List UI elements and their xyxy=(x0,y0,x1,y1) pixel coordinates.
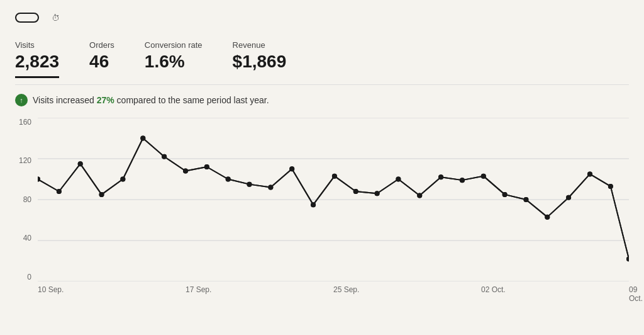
svg-point-57 xyxy=(417,193,422,198)
svg-point-64 xyxy=(566,195,571,200)
svg-point-66 xyxy=(608,183,613,188)
svg-point-48 xyxy=(226,176,231,181)
svg-point-67 xyxy=(626,256,629,261)
metric-underline xyxy=(15,76,59,78)
x-axis-label: 25 Sep. xyxy=(333,285,359,294)
svg-point-47 xyxy=(204,164,209,169)
svg-point-55 xyxy=(375,191,380,196)
svg-point-52 xyxy=(311,202,316,207)
header-row: ⏱ xyxy=(15,13,629,23)
svg-point-62 xyxy=(523,197,528,202)
metrics-row: Visits 2,823 Orders 46 Conversion rate 1… xyxy=(15,40,629,78)
trend-up-icon: ↑ xyxy=(15,94,28,106)
metric-value: $1,869 xyxy=(233,51,287,72)
metric-value: 46 xyxy=(89,51,114,72)
svg-point-46 xyxy=(183,168,188,173)
metric-label: Visits xyxy=(15,40,59,50)
metric-conversion-rate: Conversion rate 1.6% xyxy=(145,40,203,78)
metric-orders: Orders 46 xyxy=(89,40,114,78)
metrics-divider xyxy=(15,84,629,85)
metric-label: Orders xyxy=(89,40,114,50)
last-updated: ⏱ xyxy=(52,13,63,23)
insight-row: ↑ Visits increased 27% compared to the s… xyxy=(15,94,629,106)
y-axis-label: 40 xyxy=(15,234,35,242)
svg-point-58 xyxy=(438,174,443,179)
y-axis-label: 80 xyxy=(15,195,35,204)
svg-point-54 xyxy=(353,189,358,194)
x-axis: 10 Sep.17 Sep.25 Sep.02 Oct.09 Oct. xyxy=(38,281,629,300)
y-axis-label: 160 xyxy=(15,118,35,127)
insight-after: compared to the same period last year. xyxy=(114,95,269,105)
svg-point-49 xyxy=(247,181,252,186)
metric-visits: Visits 2,823 xyxy=(15,40,59,78)
chart-container: 16012080400 10 Sep.17 Sep.25 Sep.02 Oct.… xyxy=(15,118,629,300)
x-axis-label: 17 Sep. xyxy=(186,285,211,294)
date-range-button[interactable] xyxy=(15,13,39,23)
svg-point-59 xyxy=(460,178,465,183)
svg-point-53 xyxy=(332,173,337,178)
x-axis-label: 02 Oct. xyxy=(481,285,506,294)
svg-point-60 xyxy=(481,173,486,178)
svg-point-40 xyxy=(57,189,62,194)
metric-label: Revenue xyxy=(233,40,287,50)
y-axis-label: 120 xyxy=(15,156,35,165)
svg-point-61 xyxy=(502,191,508,196)
svg-point-42 xyxy=(99,191,104,196)
metric-label: Conversion rate xyxy=(145,40,203,50)
insight-text: Visits increased 27% compared to the sam… xyxy=(33,95,269,105)
metric-value: 1.6% xyxy=(145,51,203,72)
chart-area xyxy=(38,118,629,281)
svg-point-65 xyxy=(587,171,592,176)
insight-highlight: 27% xyxy=(97,95,114,105)
y-axis-label: 0 xyxy=(15,273,35,281)
svg-point-56 xyxy=(396,176,401,181)
svg-point-43 xyxy=(120,176,125,181)
clock-icon: ⏱ xyxy=(52,13,60,23)
metric-value: 2,823 xyxy=(15,51,59,72)
svg-point-63 xyxy=(545,214,550,219)
svg-point-41 xyxy=(78,161,83,166)
y-axis: 16012080400 xyxy=(15,118,35,281)
line-chart xyxy=(38,118,629,281)
metric-revenue: Revenue $1,869 xyxy=(233,40,287,78)
x-axis-label: 10 Sep. xyxy=(38,285,64,294)
svg-point-51 xyxy=(289,166,294,171)
insight-before: Visits increased xyxy=(33,95,97,105)
svg-point-45 xyxy=(162,154,167,159)
svg-point-50 xyxy=(268,185,273,190)
svg-point-44 xyxy=(140,135,145,140)
